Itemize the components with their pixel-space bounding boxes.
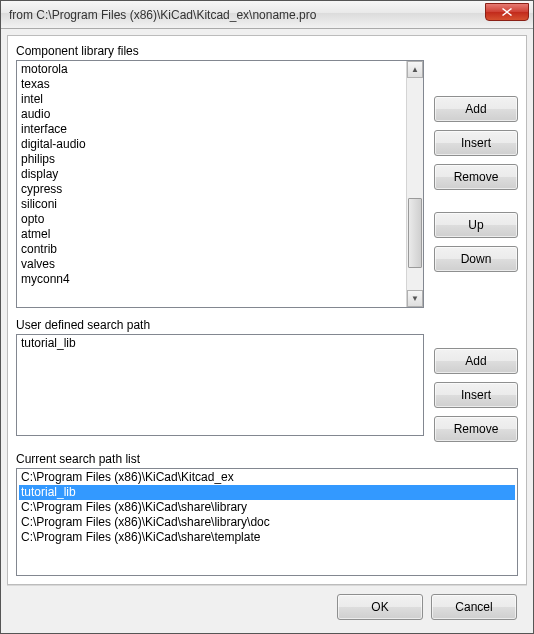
scroll-thumb[interactable] (408, 198, 422, 268)
list-item[interactable]: tutorial_lib (19, 485, 515, 500)
user-paths-buttons: Add Insert Remove (434, 334, 518, 442)
close-button[interactable] (485, 3, 529, 21)
cancel-button[interactable]: Cancel (431, 594, 517, 620)
main-panel: Component library files motorolatexasint… (7, 35, 527, 585)
dialog-footer: OK Cancel (7, 585, 527, 627)
scroll-up-button[interactable]: ▲ (407, 61, 423, 78)
client-area: Component library files motorolatexasint… (1, 29, 533, 633)
insert-lib-button[interactable]: Insert (434, 130, 518, 156)
component-libs-label: Component library files (16, 44, 518, 58)
down-lib-button[interactable]: Down (434, 246, 518, 272)
list-item[interactable]: valves (19, 257, 421, 272)
list-item[interactable]: cypress (19, 182, 421, 197)
scrollbar-vertical[interactable]: ▲ ▼ (406, 61, 423, 307)
remove-path-button[interactable]: Remove (434, 416, 518, 442)
close-icon (502, 8, 512, 16)
add-lib-button[interactable]: Add (434, 96, 518, 122)
component-libs-row: motorolatexasintelaudiointerfacedigital-… (16, 60, 518, 308)
user-paths-label: User defined search path (16, 318, 518, 332)
list-item[interactable]: C:\Program Files (x86)\KiCad\share\templ… (19, 530, 515, 545)
list-item[interactable]: C:\Program Files (x86)\KiCad\Kitcad_ex (19, 470, 515, 485)
component-libs-listbox[interactable]: motorolatexasintelaudiointerfacedigital-… (16, 60, 424, 308)
list-item[interactable]: interface (19, 122, 421, 137)
list-item[interactable]: digital-audio (19, 137, 421, 152)
list-item[interactable]: opto (19, 212, 421, 227)
list-item[interactable]: intel (19, 92, 421, 107)
list-item[interactable]: motorola (19, 62, 421, 77)
list-item[interactable]: audio (19, 107, 421, 122)
list-item[interactable]: myconn4 (19, 272, 421, 287)
list-item[interactable]: C:\Program Files (x86)\KiCad\share\libra… (19, 500, 515, 515)
dialog-window: from C:\Program Files (x86)\KiCad\Kitcad… (0, 0, 534, 634)
window-title: from C:\Program Files (x86)\KiCad\Kitcad… (9, 8, 316, 22)
list-item[interactable]: siliconi (19, 197, 421, 212)
list-item[interactable]: philips (19, 152, 421, 167)
scroll-track[interactable] (407, 78, 423, 290)
insert-path-button[interactable]: Insert (434, 382, 518, 408)
up-lib-button[interactable]: Up (434, 212, 518, 238)
component-libs-buttons: Add Insert Remove Up Down (434, 60, 518, 272)
scroll-down-button[interactable]: ▼ (407, 290, 423, 307)
list-item[interactable]: tutorial_lib (19, 336, 421, 351)
ok-button[interactable]: OK (337, 594, 423, 620)
current-paths-listbox[interactable]: C:\Program Files (x86)\KiCad\Kitcad_extu… (16, 468, 518, 576)
titlebar[interactable]: from C:\Program Files (x86)\KiCad\Kitcad… (1, 1, 533, 29)
list-item[interactable]: contrib (19, 242, 421, 257)
user-paths-listbox[interactable]: tutorial_lib (16, 334, 424, 436)
list-item[interactable]: C:\Program Files (x86)\KiCad\share\libra… (19, 515, 515, 530)
remove-lib-button[interactable]: Remove (434, 164, 518, 190)
user-paths-row: tutorial_lib Add Insert Remove (16, 334, 518, 442)
list-item[interactable]: texas (19, 77, 421, 92)
list-item[interactable]: display (19, 167, 421, 182)
current-paths-label: Current search path list (16, 452, 518, 466)
list-item[interactable]: atmel (19, 227, 421, 242)
add-path-button[interactable]: Add (434, 348, 518, 374)
